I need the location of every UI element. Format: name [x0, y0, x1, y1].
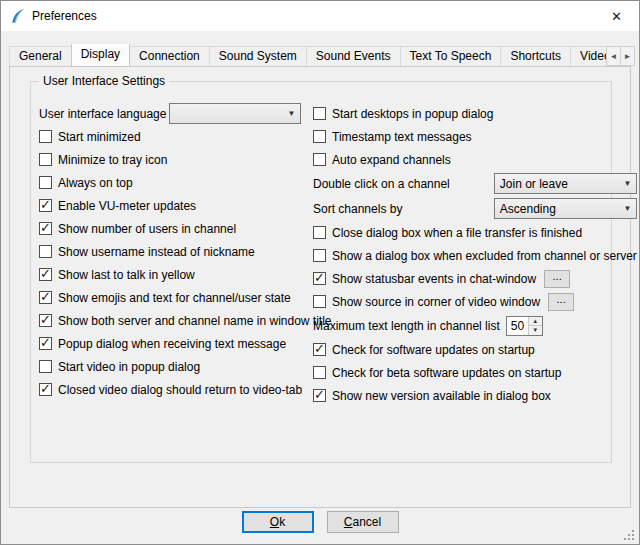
checkbox[interactable]: [39, 314, 52, 327]
checkbox-show-emojis[interactable]: Show emojis and text for channel/user st…: [39, 286, 301, 309]
checkbox[interactable]: [39, 130, 52, 143]
spinner-up-icon[interactable]: ▲: [529, 317, 542, 326]
checkbox-close-filetransfer-dialog[interactable]: Close dialog box when a file transfer is…: [313, 221, 637, 244]
checkbox-check-updates[interactable]: Check for software updates on startup: [313, 338, 637, 361]
tab-sound-system[interactable]: Sound System: [209, 46, 307, 66]
checkbox[interactable]: [313, 389, 326, 402]
checkbox-vu-meter-updates[interactable]: Enable VU-meter updates: [39, 194, 301, 217]
checkbox-label: Show username instead of nickname: [58, 245, 255, 259]
tab-connection[interactable]: Connection: [129, 46, 210, 66]
max-text-length-value[interactable]: 50: [507, 317, 528, 335]
checkbox[interactable]: [39, 383, 52, 396]
sort-channels-combobox[interactable]: Ascending ▼: [494, 198, 637, 219]
checkbox[interactable]: [313, 130, 326, 143]
checkbox-popup-text-message[interactable]: Popup dialog when receiving text message: [39, 332, 301, 355]
chevron-down-icon: ▼: [619, 199, 636, 218]
video-source-row: Show source in corner of video window ..…: [313, 290, 637, 313]
checkbox[interactable]: [39, 176, 52, 189]
checkbox-label: Show both server and channel name in win…: [58, 314, 332, 328]
checkbox[interactable]: [39, 337, 52, 350]
tab-general[interactable]: General: [9, 46, 72, 66]
checkbox-label: Show statusbar events in chat-window: [332, 272, 536, 286]
sort-channels-row: Sort channels by Ascending ▼: [313, 196, 637, 221]
checkbox[interactable]: [313, 226, 326, 239]
checkbox-new-version-dialog[interactable]: Show new version available in dialog box: [313, 384, 637, 407]
cancel-button[interactable]: Cancel: [327, 511, 399, 533]
checkbox-label: Show number of users in channel: [58, 222, 236, 236]
checkbox[interactable]: [39, 268, 52, 281]
user-interface-settings-group: User Interface Settings User interface l…: [30, 81, 612, 463]
checkbox[interactable]: [39, 291, 52, 304]
tab-shortcuts[interactable]: Shortcuts: [500, 46, 571, 66]
checkbox-label: Start minimized: [58, 130, 141, 144]
checkbox[interactable]: [39, 360, 52, 373]
checkbox-excluded-dialog[interactable]: Show a dialog box when excluded from cha…: [313, 244, 637, 267]
double-click-label: Double click on a channel: [313, 177, 450, 191]
checkbox-label: Show last to talk in yellow: [58, 268, 195, 282]
checkbox[interactable]: [313, 295, 326, 308]
language-label: User interface language: [39, 107, 166, 121]
chevron-down-icon: ▼: [283, 104, 300, 123]
max-text-length-label: Maximum text length in channel list: [313, 319, 500, 333]
ok-button[interactable]: Ok: [242, 511, 314, 533]
checkbox-timestamp-messages[interactable]: Timestamp text messages: [313, 125, 637, 148]
checkbox-label: Popup dialog when receiving text message: [58, 337, 286, 351]
tab-video[interactable]: Video: [570, 46, 611, 66]
checkbox[interactable]: [313, 107, 326, 120]
checkbox-check-beta-updates[interactable]: Check for beta software updates on start…: [313, 361, 637, 384]
max-text-length-spinner[interactable]: 50 ▲ ▼: [506, 316, 543, 336]
spinner-down-icon[interactable]: ▼: [529, 325, 542, 335]
tab-sound-events[interactable]: Sound Events: [306, 46, 401, 66]
checkbox-label: Timestamp text messages: [332, 130, 472, 144]
checkbox-label: Auto expand channels: [332, 153, 451, 167]
tab-scroll-buttons: ◄ ►: [606, 46, 635, 66]
checkbox-show-username[interactable]: Show username instead of nickname: [39, 240, 301, 263]
statusbar-events-options-button[interactable]: ...: [544, 270, 570, 288]
group-title: User Interface Settings: [39, 74, 169, 88]
language-row: User interface language ▼: [39, 102, 301, 125]
checkbox[interactable]: [313, 272, 326, 285]
close-button[interactable]: ✕: [594, 1, 639, 31]
language-combobox[interactable]: ▼: [169, 103, 301, 124]
checkbox-start-minimized[interactable]: Start minimized: [39, 125, 301, 148]
checkbox[interactable]: [313, 343, 326, 356]
checkbox-label: Enable VU-meter updates: [58, 199, 196, 213]
checkbox-start-desktops-popup[interactable]: Start desktops in popup dialog: [313, 102, 637, 125]
sort-channels-value: Ascending: [500, 202, 556, 216]
checkbox-start-video-popup[interactable]: Start video in popup dialog: [39, 355, 301, 378]
sort-channels-label: Sort channels by: [313, 202, 402, 216]
tab-display[interactable]: Display: [71, 44, 130, 66]
left-column: User interface language ▼ Start minimize…: [39, 102, 301, 407]
checkbox[interactable]: [313, 249, 326, 262]
checkbox[interactable]: [39, 245, 52, 258]
checkbox[interactable]: [39, 199, 52, 212]
app-icon: [9, 8, 26, 25]
checkbox-last-to-talk[interactable]: Show last to talk in yellow: [39, 263, 301, 286]
checkbox-closed-video-return[interactable]: Closed video dialog should return to vid…: [39, 378, 301, 401]
tab-bar: General Display Connection Sound System …: [1, 44, 639, 66]
video-source-options-button[interactable]: ...: [548, 293, 574, 311]
title-bar: Preferences ✕: [1, 1, 639, 31]
tab-text-to-speech[interactable]: Text To Speech: [400, 46, 502, 66]
checkbox[interactable]: [313, 153, 326, 166]
checkbox[interactable]: [39, 222, 52, 235]
checkbox-label: Start video in popup dialog: [58, 360, 200, 374]
checkbox-minimize-to-tray[interactable]: Minimize to tray icon: [39, 148, 301, 171]
checkbox-label: Show emojis and text for channel/user st…: [58, 291, 291, 305]
checkbox-always-on-top[interactable]: Always on top: [39, 171, 301, 194]
double-click-combobox[interactable]: Join or leave ▼: [494, 173, 637, 194]
ok-label-rest: k: [279, 515, 285, 529]
checkbox-label: Show a dialog box when excluded from cha…: [332, 249, 637, 263]
checkbox[interactable]: [313, 366, 326, 379]
resize-grip[interactable]: [624, 529, 635, 540]
tab-scroll-left-icon[interactable]: ◄: [606, 46, 621, 66]
checkbox[interactable]: [39, 153, 52, 166]
checkbox-label: Check for software updates on startup: [332, 343, 535, 357]
checkbox-window-title[interactable]: Show both server and channel name in win…: [39, 309, 301, 332]
checkbox-show-user-count[interactable]: Show number of users in channel: [39, 217, 301, 240]
right-column: Start desktops in popup dialog Timestamp…: [313, 102, 637, 407]
double-click-value: Join or leave: [500, 177, 568, 191]
checkbox-auto-expand-channels[interactable]: Auto expand channels: [313, 148, 637, 171]
chevron-down-icon: ▼: [619, 174, 636, 193]
tab-scroll-right-icon[interactable]: ►: [620, 46, 635, 66]
